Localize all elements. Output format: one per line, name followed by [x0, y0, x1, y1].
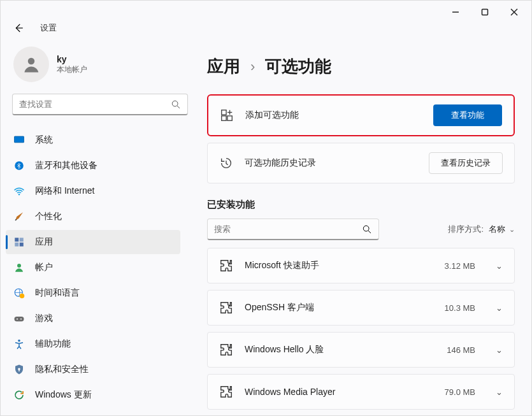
- svg-point-22: [18, 340, 20, 342]
- globe-clock-icon: [13, 287, 25, 299]
- nav-personalization[interactable]: 个性化: [6, 204, 180, 229]
- installed-search[interactable]: [207, 219, 379, 240]
- svg-point-5: [28, 58, 35, 65]
- chevron-down-icon: ⌄: [496, 261, 503, 271]
- apps-icon: [13, 236, 25, 248]
- nav-label: 网络和 Internet: [35, 185, 94, 197]
- nav-label: Windows 更新: [35, 389, 92, 401]
- svg-rect-14: [15, 243, 18, 247]
- svg-line-33: [368, 231, 371, 233]
- search-icon: [171, 99, 181, 110]
- installed-search-input[interactable]: [214, 224, 362, 234]
- view-history-button[interactable]: 查看历史记录: [429, 152, 503, 174]
- puzzle-icon: [219, 259, 233, 273]
- feature-row[interactable]: Microsoft 快速助手 3.12 MB ⌄: [207, 248, 515, 283]
- history-label: 可选功能历史记录: [245, 157, 417, 169]
- sort-label: 排序方式:: [448, 224, 484, 235]
- update-icon: [13, 389, 25, 401]
- nav-apps[interactable]: 应用: [6, 230, 180, 254]
- svg-rect-19: [15, 317, 24, 322]
- view-features-button[interactable]: 查看功能: [433, 104, 502, 126]
- feature-row[interactable]: Windows Hello 人脸 146 MB ⌄: [207, 332, 515, 368]
- nav-label: 时间和语言: [35, 287, 80, 299]
- gamepad-icon: [13, 313, 25, 324]
- nav-label: 个性化: [35, 211, 62, 222]
- nav-label: 系统: [35, 134, 53, 146]
- chevron-down-icon: ⌄: [496, 387, 503, 397]
- svg-point-32: [363, 226, 369, 231]
- svg-point-21: [20, 319, 22, 320]
- installed-section-title: 已安装功能: [207, 199, 515, 211]
- feature-name: OpenSSH 客户端: [245, 302, 433, 313]
- nav-bluetooth[interactable]: 蓝牙和其他设备: [6, 154, 180, 178]
- history-icon: [219, 156, 233, 170]
- nav-accounts[interactable]: 帐户: [6, 255, 180, 280]
- main-panel: 应用 › 可选功能 添加可选功能 查看功能 可选功能历: [192, 38, 531, 415]
- bluetooth-icon: [13, 160, 25, 171]
- nav-label: 应用: [35, 236, 53, 248]
- svg-rect-27: [227, 116, 232, 120]
- nav-system[interactable]: 系统: [6, 128, 180, 152]
- header-bar: 设置: [1, 20, 531, 38]
- nav-network[interactable]: 网络和 Internet: [6, 179, 180, 203]
- nav-gaming[interactable]: 游戏: [6, 306, 180, 331]
- svg-rect-1: [482, 10, 488, 15]
- add-feature-label: 添加可选功能: [245, 110, 422, 121]
- breadcrumb-part2: 可选功能: [265, 55, 331, 78]
- accessibility-icon: [13, 338, 25, 350]
- svg-rect-8: [15, 136, 24, 143]
- chevron-down-icon: ⌄: [509, 226, 515, 234]
- feature-size: 146 MB: [447, 345, 475, 355]
- feature-row[interactable]: Windows Media Player 79.0 MB ⌄: [207, 374, 515, 410]
- search-icon: [362, 224, 372, 234]
- svg-point-20: [17, 319, 18, 320]
- profile-block[interactable]: ky 本地帐户: [12, 43, 188, 94]
- breadcrumb-part1[interactable]: 应用: [207, 55, 240, 78]
- add-feature-card: 添加可选功能 查看功能: [207, 94, 515, 136]
- svg-point-18: [20, 294, 25, 299]
- nav-windows-update[interactable]: Windows 更新: [6, 383, 180, 407]
- feature-name: Microsoft 快速助手: [245, 260, 433, 271]
- feature-size: 79.0 MB: [445, 387, 475, 397]
- nav-label: 辅助功能: [35, 338, 71, 350]
- nav-accessibility[interactable]: 辅助功能: [6, 332, 180, 356]
- sort-control[interactable]: 排序方式: 名称 ⌄: [448, 224, 515, 235]
- profile-name: ky: [57, 54, 87, 64]
- svg-rect-26: [222, 116, 226, 120]
- avatar: [13, 47, 49, 82]
- svg-rect-24: [18, 369, 20, 371]
- nav-privacy[interactable]: 隐私和安全性: [6, 357, 180, 382]
- feature-size: 3.12 MB: [445, 261, 475, 271]
- display-icon: [13, 134, 25, 146]
- back-button[interactable]: [10, 19, 27, 37]
- svg-rect-13: [20, 238, 24, 241]
- feature-row[interactable]: OpenSSH 客户端 10.3 MB ⌄: [207, 290, 515, 326]
- sort-value: 名称: [489, 224, 505, 235]
- chevron-down-icon: ⌄: [496, 303, 503, 313]
- svg-rect-12: [15, 238, 18, 241]
- sidebar-search-input[interactable]: [19, 99, 171, 109]
- puzzle-icon: [219, 385, 233, 399]
- chevron-right-icon: ›: [250, 59, 255, 75]
- profile-account-type: 本地帐户: [57, 64, 87, 75]
- feature-size: 10.3 MB: [445, 303, 475, 313]
- nav-label: 隐私和安全性: [35, 364, 89, 375]
- puzzle-icon: [219, 343, 233, 357]
- installed-filterbar: 排序方式: 名称 ⌄: [207, 219, 515, 240]
- nav-label: 帐户: [35, 262, 53, 273]
- chevron-down-icon: ⌄: [496, 345, 503, 355]
- breadcrumb: 应用 › 可选功能: [207, 55, 515, 78]
- feature-name: Windows Hello 人脸: [245, 344, 435, 355]
- svg-line-31: [226, 164, 228, 165]
- sidebar: ky 本地帐户 系统 蓝牙和其他设备 网络和 In: [1, 38, 192, 415]
- shield-icon: [13, 364, 25, 375]
- sidebar-search[interactable]: [12, 94, 188, 115]
- feature-name: Windows Media Player: [245, 387, 433, 397]
- nav-time-language[interactable]: 时间和语言: [6, 281, 180, 305]
- svg-point-11: [18, 194, 20, 195]
- settings-window: 设置 ky 本地帐户 系统: [0, 0, 532, 416]
- wifi-icon: [13, 185, 25, 197]
- svg-line-7: [177, 106, 180, 108]
- nav-label: 游戏: [35, 313, 53, 324]
- puzzle-icon: [219, 301, 233, 315]
